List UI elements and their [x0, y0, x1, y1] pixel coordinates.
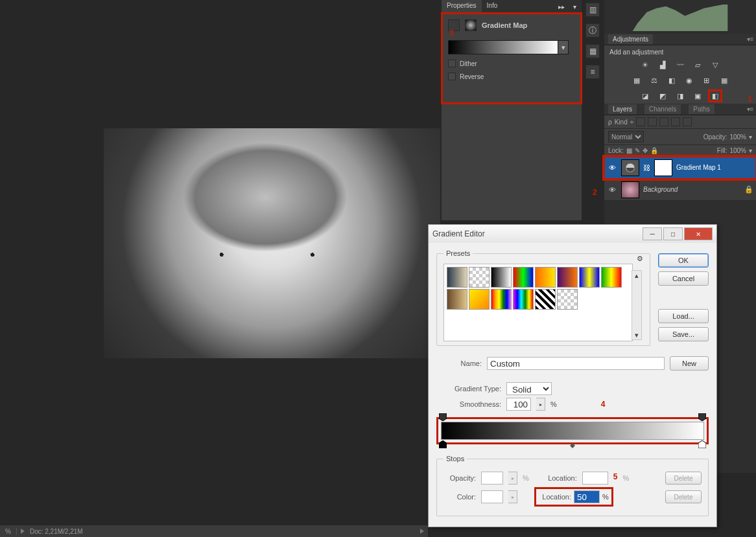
histogram-panel[interactable] — [604, 0, 756, 34]
opacity-value[interactable]: 100% — [729, 133, 746, 141]
visibility-icon[interactable]: 👁 — [607, 186, 617, 194]
layer-background[interactable]: 👁 Background 🔒 — [604, 179, 756, 201]
name-input[interactable] — [487, 357, 665, 370]
midpoint-handle[interactable] — [570, 442, 575, 447]
lock-position-icon[interactable]: ✥ — [643, 147, 648, 154]
preset-swatch[interactable] — [469, 267, 490, 288]
selective-color-icon[interactable]: ▣ — [692, 91, 703, 101]
new-button[interactable]: New — [670, 356, 709, 371]
load-button[interactable]: Load... — [658, 309, 709, 323]
opacity-stop-right[interactable] — [698, 413, 706, 421]
panel-menu-icon[interactable]: ▾ — [570, 2, 579, 11]
preset-swatch[interactable] — [513, 267, 534, 288]
link-icon[interactable]: ⛓ — [643, 164, 650, 172]
reverse-checkbox[interactable]: Reverse — [448, 73, 575, 80]
bw-icon[interactable]: ◧ — [666, 75, 678, 86]
opacity-stop-left[interactable] — [439, 413, 447, 421]
gradient-dropdown-button[interactable]: ▾ — [558, 40, 569, 54]
preset-swatch[interactable] — [491, 289, 512, 310]
preset-swatch[interactable] — [447, 289, 467, 310]
tab-adjustments[interactable]: Adjustments — [608, 34, 653, 44]
gradient-map-adjustment-icon[interactable]: ◧ — [709, 91, 721, 101]
curves-icon[interactable]: 〰 — [674, 60, 686, 70]
threshold-icon[interactable]: ◨ — [674, 91, 686, 101]
gradient-bar[interactable] — [441, 422, 704, 440]
smoothness-stepper[interactable]: ▸ — [536, 398, 545, 411]
color-stop-right[interactable] — [698, 440, 706, 448]
tab-paths[interactable]: Paths — [689, 104, 715, 114]
preset-swatch[interactable] — [557, 267, 578, 288]
gradient-preview[interactable]: ▾ — [448, 40, 575, 54]
brightness-contrast-icon[interactable]: ☀ — [639, 60, 651, 70]
preset-swatch[interactable] — [447, 267, 467, 288]
panel-menu-icon[interactable]: ▾≡ — [747, 35, 756, 44]
blend-mode-select[interactable]: Normal — [608, 131, 644, 143]
gradient-type-select[interactable]: Solid — [506, 382, 552, 395]
lock-all-icon[interactable]: 🔒 — [650, 147, 658, 154]
dialog-titlebar[interactable]: Gradient Editor — ☐ ✕ — [429, 225, 716, 243]
filter-image-icon[interactable] — [636, 117, 645, 126]
minimize-button[interactable]: — — [643, 227, 662, 240]
lock-transparent-icon[interactable]: ▦ — [626, 147, 632, 154]
hue-sat-icon[interactable]: ▦ — [631, 75, 643, 86]
tab-channels[interactable]: Channels — [644, 104, 681, 114]
preset-swatch[interactable] — [469, 289, 490, 310]
panel-menu-icon[interactable]: ▾≡ — [747, 105, 756, 114]
color-stop-left[interactable] — [439, 440, 447, 448]
layer-gradient-map[interactable]: 👁 ⛓ Gradient Map 1 — [604, 157, 756, 179]
layer-name[interactable]: Background — [643, 186, 678, 193]
photo-filter-icon[interactable]: ◉ — [683, 75, 695, 86]
preset-swatch[interactable] — [557, 289, 578, 310]
histogram-panel-icon[interactable]: ▥ — [585, 3, 600, 17]
lock-paint-icon[interactable]: ✎ — [635, 147, 640, 154]
color-lookup-icon[interactable]: ▦ — [718, 75, 730, 86]
gear-icon[interactable]: ⚙ — [637, 255, 643, 263]
zoom-value[interactable]: % — [0, 528, 17, 535]
preset-swatch[interactable] — [491, 267, 512, 288]
bg-thumb[interactable] — [621, 181, 639, 198]
fill-value[interactable]: 100% — [729, 147, 746, 154]
preset-swatch[interactable] — [535, 267, 556, 288]
preset-swatch[interactable] — [535, 289, 556, 310]
vibrance-icon[interactable]: ▽ — [709, 60, 721, 70]
dither-checkbox[interactable]: Dither — [448, 60, 575, 67]
unknown-panel-icon[interactable]: ▦ — [585, 44, 600, 58]
preset-grid[interactable] — [443, 264, 633, 341]
smoothness-input[interactable] — [506, 398, 531, 411]
preset-swatch[interactable] — [513, 289, 534, 310]
filter-type-icon[interactable] — [659, 117, 668, 126]
layer-mask-thumb[interactable] — [654, 159, 672, 176]
preset-swatch[interactable] — [579, 267, 600, 288]
kind-filter-label[interactable]: Kind — [615, 119, 628, 126]
maximize-button[interactable]: ☐ — [663, 227, 683, 240]
color-balance-icon[interactable]: ⚖ — [648, 75, 660, 86]
levels-icon[interactable]: ▟ — [657, 60, 668, 70]
posterize-icon[interactable]: ◩ — [657, 91, 668, 101]
close-button[interactable]: ✕ — [684, 227, 713, 240]
cancel-button[interactable]: Cancel — [658, 271, 709, 286]
preset-scrollbar[interactable]: ▴▾ — [632, 270, 642, 340]
document-canvas[interactable] — [104, 128, 440, 358]
save-button[interactable]: Save... — [658, 327, 709, 341]
layer-name[interactable]: Gradient Map 1 — [676, 164, 721, 171]
invert-icon[interactable]: ◪ — [639, 91, 651, 101]
mask-icon[interactable] — [465, 19, 477, 31]
tab-layers[interactable]: Layers — [608, 104, 637, 114]
lock-icon[interactable]: 🔒 — [744, 185, 753, 194]
swatches-panel-icon[interactable]: ≡ — [585, 65, 600, 79]
filter-shape-icon[interactable] — [671, 117, 680, 126]
collapse-icon[interactable]: ▸▸ — [557, 2, 566, 11]
preset-swatch[interactable] — [601, 267, 622, 288]
channel-mixer-icon[interactable]: ⊞ — [701, 75, 713, 86]
status-menu-icon[interactable] — [420, 529, 424, 534]
color-location-input[interactable] — [574, 490, 600, 503]
ok-button[interactable]: OK — [658, 253, 709, 268]
adjustment-thumb-icon[interactable] — [621, 159, 639, 176]
tab-info[interactable]: Info — [482, 0, 503, 13]
filter-adjust-icon[interactable] — [648, 117, 657, 126]
visibility-icon[interactable]: 👁 — [607, 164, 617, 172]
filter-smart-icon[interactable] — [683, 117, 692, 126]
tab-properties[interactable]: Properties — [442, 0, 482, 13]
info-panel-icon[interactable]: ⓘ — [585, 23, 600, 38]
exposure-icon[interactable]: ▱ — [692, 60, 703, 70]
